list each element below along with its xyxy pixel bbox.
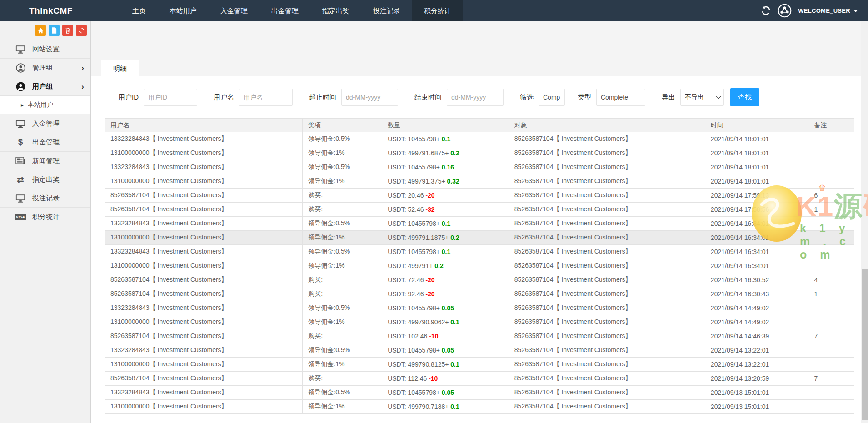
cell-note bbox=[808, 343, 854, 358]
sidebar-item-site-users[interactable]: ▸本站用户 bbox=[0, 96, 90, 114]
sidebar-item-news[interactable]: 新闻管理 bbox=[0, 152, 90, 170]
cell-note bbox=[808, 358, 854, 372]
user-id-input[interactable] bbox=[144, 89, 197, 106]
cell-time: 2021/09/14 13:22:01 bbox=[705, 358, 808, 372]
cell-target: 85263587104【 Investment Customers】 bbox=[509, 217, 705, 231]
column-header: 备注 bbox=[808, 119, 854, 132]
table-row: 85263587104【 Investment Customers】购买:USD… bbox=[105, 329, 854, 343]
cell-amount: USDT: 10455798+ 0.1 bbox=[382, 132, 509, 146]
cell-amount: USDT: 20.46 -20 bbox=[382, 189, 509, 203]
amount-delta: 0.1 bbox=[450, 403, 459, 410]
export-select[interactable]: 不导出 bbox=[680, 89, 724, 106]
cell-note bbox=[808, 174, 854, 189]
sidebar-item-label: 积分统计 bbox=[32, 213, 60, 221]
cell-time: 2021/09/14 16:30:43 bbox=[705, 287, 808, 301]
end-time-input[interactable] bbox=[447, 89, 504, 106]
username-input[interactable] bbox=[239, 89, 293, 106]
cell-time: 2021/09/14 14:46:39 bbox=[705, 329, 808, 343]
table-row: 85263587104【 Investment Customers】购买:USD… bbox=[105, 287, 854, 301]
cell-target: 85263587104【 Investment Customers】 bbox=[509, 287, 705, 301]
refresh-icon[interactable] bbox=[761, 5, 771, 16]
page-button[interactable] bbox=[49, 25, 60, 36]
cell-target: 85263587104【 Investment Customers】 bbox=[509, 146, 705, 160]
table-row: 85263587104【 Investment Customers】购买:USD… bbox=[105, 372, 854, 386]
sidebar-item-label: 出金管理 bbox=[32, 138, 60, 147]
nav-item-deposit[interactable]: 入金管理 bbox=[209, 0, 259, 21]
sidebar-item-points-stats[interactable]: VISA积分统计 bbox=[0, 208, 90, 226]
amount-delta: 0.2 bbox=[434, 262, 443, 269]
sidebar-item-admin-group[interactable]: 管理组› bbox=[0, 59, 90, 77]
cell-target: 85263587104【 Investment Customers】 bbox=[509, 386, 705, 400]
amount-delta: 0.05 bbox=[442, 347, 454, 354]
monitor-icon bbox=[15, 119, 26, 128]
cell-username: 13323284843【 Investment Customers】 bbox=[105, 245, 303, 259]
cell-note: 6 bbox=[808, 189, 854, 203]
sidebar-item-withdraw[interactable]: $出金管理 bbox=[0, 133, 90, 152]
cell-time: 2021/09/14 13:22:01 bbox=[705, 343, 808, 358]
scrollbar-thumb[interactable] bbox=[862, 269, 868, 420]
user-dropdown[interactable]: WELCOME_USER bbox=[798, 7, 858, 14]
table-row: 13100000000【 Investment Customers】领导佣金:1… bbox=[105, 146, 854, 160]
recycle-icon bbox=[79, 28, 85, 34]
export-label: 导出 bbox=[662, 93, 675, 102]
cell-amount: USDT: 499791.1875+ 0.2 bbox=[382, 231, 509, 245]
amount-delta: 0.05 bbox=[442, 304, 454, 312]
sidebar-item-assign-prize[interactable]: ⇄指定出奖 bbox=[0, 170, 90, 189]
vertical-scrollbar bbox=[861, 21, 868, 423]
cell-username: 13323284843【 Investment Customers】 bbox=[105, 217, 303, 231]
cell-note: 7 bbox=[808, 329, 854, 343]
nav-item-withdraw[interactable]: 出金管理 bbox=[259, 0, 310, 21]
cell-note: 1 bbox=[808, 287, 854, 301]
cell-target: 85263587104【 Investment Customers】 bbox=[509, 160, 705, 174]
cell-amount: USDT: 10455798+ 0.05 bbox=[382, 301, 509, 315]
tab-bar: 明细 bbox=[91, 60, 868, 76]
home-button[interactable] bbox=[35, 25, 46, 36]
cell-note: 7 bbox=[808, 372, 854, 386]
nav-item-site-users[interactable]: 本站用户 bbox=[158, 0, 209, 21]
cell-username: 13323284843【 Investment Customers】 bbox=[105, 343, 303, 358]
cell-amount: USDT: 499791.375+ 0.32 bbox=[382, 174, 509, 189]
main-content: 明细 用户ID 用户名 起止时间 结束时间 bbox=[91, 21, 868, 423]
cell-prize: 购买: bbox=[303, 372, 382, 386]
search-button[interactable]: 查找 bbox=[730, 88, 759, 106]
column-header: 奖项 bbox=[303, 119, 382, 132]
sidebar-item-bet-records[interactable]: 投注记录 bbox=[0, 189, 90, 208]
nav-item-home[interactable]: 主页 bbox=[120, 0, 158, 21]
amount-delta: 0.1 bbox=[450, 318, 459, 326]
sidebar-item-label: 本站用户 bbox=[28, 101, 53, 109]
trash-button[interactable] bbox=[62, 25, 73, 36]
sidebar-item-label: 网站设置 bbox=[32, 45, 60, 54]
cell-note bbox=[808, 400, 854, 414]
amount-delta: 0.05 bbox=[442, 389, 454, 396]
column-header: 时间 bbox=[705, 119, 808, 132]
sidebar-item-label: 新闻管理 bbox=[32, 157, 60, 165]
tab-detail[interactable]: 明细 bbox=[101, 60, 139, 77]
sidebar-item-deposit[interactable]: 入金管理 bbox=[0, 114, 90, 133]
table-row: 13100000000【 Investment Customers】领导佣金:1… bbox=[105, 174, 854, 189]
cell-prize: 领导佣金:0.5% bbox=[303, 245, 382, 259]
column-header: 对象 bbox=[509, 119, 705, 132]
start-time-label: 起止时间 bbox=[309, 93, 336, 102]
cell-note bbox=[808, 146, 854, 160]
chevron-down-icon bbox=[853, 10, 858, 12]
table-row: 13323284843【 Investment Customers】领导佣金:0… bbox=[105, 217, 854, 231]
column-header: 数量 bbox=[382, 119, 509, 132]
nav-item-points-stats[interactable]: 积分统计 bbox=[412, 0, 463, 21]
table-row: 13100000000【 Investment Customers】领导佣金:1… bbox=[105, 259, 854, 273]
sidebar-item-label: 指定出奖 bbox=[32, 175, 60, 184]
type-input[interactable] bbox=[596, 89, 645, 106]
recycle-button[interactable] bbox=[76, 25, 87, 36]
start-time-input[interactable] bbox=[341, 89, 398, 106]
sidebar-item-user-group[interactable]: 用户组› bbox=[0, 77, 90, 96]
nav-item-bet-records[interactable]: 投注记录 bbox=[361, 0, 412, 21]
sidebar-item-site-settings[interactable]: 网站设置 bbox=[0, 40, 90, 59]
cell-time: 2021/09/14 18:01:01 bbox=[705, 146, 808, 160]
nav-item-assign-prize[interactable]: 指定出奖 bbox=[310, 0, 361, 21]
table-row: 13100000000【 Investment Customers】领导佣金:1… bbox=[105, 231, 854, 245]
cell-amount: USDT: 10455798+ 0.16 bbox=[382, 160, 509, 174]
avatar[interactable] bbox=[778, 4, 792, 18]
amount-delta: 0.1 bbox=[450, 361, 459, 368]
top-navbar: ThinkCMF 主页本站用户入金管理出金管理指定出奖投注记录积分统计 WELC… bbox=[0, 0, 868, 21]
cell-username: 85263587104【 Investment Customers】 bbox=[105, 329, 303, 343]
screen-input[interactable] bbox=[539, 89, 565, 106]
